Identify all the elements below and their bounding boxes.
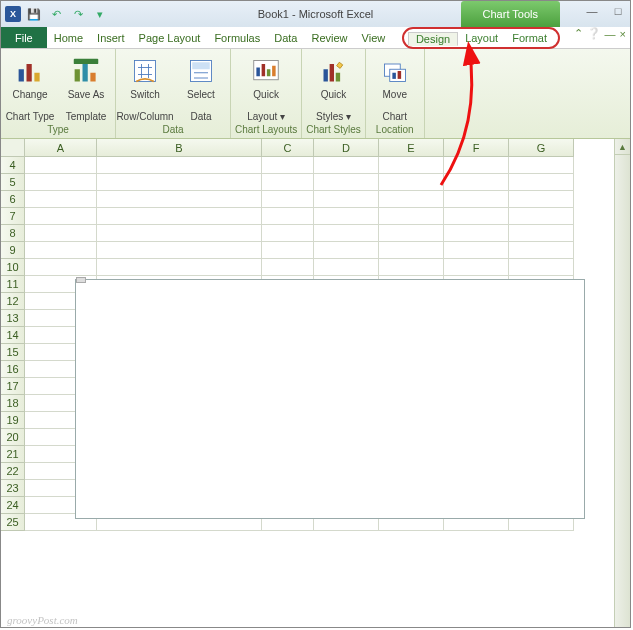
tab-review[interactable]: Review	[304, 27, 354, 48]
cell-C9[interactable]	[262, 242, 314, 259]
row-header-15[interactable]: 15	[1, 344, 25, 361]
cell-A6[interactable]	[25, 191, 97, 208]
help-icon[interactable]: ❔	[587, 27, 601, 40]
cell-G8[interactable]	[509, 225, 574, 242]
cell-B8[interactable]	[97, 225, 262, 242]
window-restore-button[interactable]: □	[608, 3, 628, 19]
cell-C7[interactable]	[262, 208, 314, 225]
row-header-6[interactable]: 6	[1, 191, 25, 208]
cell-F4[interactable]	[444, 157, 509, 174]
vertical-scrollbar[interactable]: ▲	[614, 139, 630, 627]
cell-F6[interactable]	[444, 191, 509, 208]
qat-save-button[interactable]: 💾	[25, 5, 43, 23]
cell-E9[interactable]	[379, 242, 444, 259]
cell-E7[interactable]	[379, 208, 444, 225]
row-header-12[interactable]: 12	[1, 293, 25, 310]
cell-D7[interactable]	[314, 208, 379, 225]
select-all-corner[interactable]	[1, 139, 25, 157]
window-minimize-button[interactable]: —	[582, 3, 602, 19]
chart-legend[interactable]	[356, 389, 584, 409]
switch-row-column-button[interactable]: SwitchRow/Column	[120, 55, 170, 122]
row-header-19[interactable]: 19	[1, 412, 25, 429]
change-chart-type-button[interactable]: ChangeChart Type	[5, 55, 55, 122]
cell-F9[interactable]	[444, 242, 509, 259]
cell-C5[interactable]	[262, 174, 314, 191]
cell-E6[interactable]	[379, 191, 444, 208]
save-as-template-button[interactable]: Save AsTemplate	[61, 55, 111, 122]
column-headers[interactable]: ABCDEFG	[25, 139, 574, 157]
cell-C8[interactable]	[262, 225, 314, 242]
tab-insert[interactable]: Insert	[90, 27, 132, 48]
ribbon-minimize-icon[interactable]: ⌃	[574, 27, 583, 40]
row-header-7[interactable]: 7	[1, 208, 25, 225]
cell-A8[interactable]	[25, 225, 97, 242]
cell-F5[interactable]	[444, 174, 509, 191]
row-header-10[interactable]: 10	[1, 259, 25, 276]
tab-layout[interactable]: Layout	[458, 32, 505, 44]
tab-data[interactable]: Data	[267, 27, 304, 48]
worksheet-grid[interactable]: ABCDEFG 45678910111213141516171819202122…	[1, 139, 630, 627]
tab-file[interactable]: File	[1, 27, 47, 48]
cell-G10[interactable]	[509, 259, 574, 276]
tab-home[interactable]: Home	[47, 27, 90, 48]
select-data-button[interactable]: SelectData	[176, 55, 226, 122]
cell-F7[interactable]	[444, 208, 509, 225]
col-header-C[interactable]: C	[262, 139, 314, 157]
row-header-23[interactable]: 23	[1, 480, 25, 497]
cell-B9[interactable]	[97, 242, 262, 259]
cell-G9[interactable]	[509, 242, 574, 259]
cell-A4[interactable]	[25, 157, 97, 174]
qat-redo-button[interactable]: ↷	[69, 5, 87, 23]
row-header-13[interactable]: 13	[1, 310, 25, 327]
row-header-14[interactable]: 14	[1, 327, 25, 344]
row-header-21[interactable]: 21	[1, 446, 25, 463]
cell-G4[interactable]	[509, 157, 574, 174]
row-header-9[interactable]: 9	[1, 242, 25, 259]
scroll-up-button[interactable]: ▲	[615, 139, 630, 155]
cell-D6[interactable]	[314, 191, 379, 208]
pie-plot-area[interactable]	[76, 284, 356, 514]
cell-B6[interactable]	[97, 191, 262, 208]
col-header-E[interactable]: E	[379, 139, 444, 157]
row-header-4[interactable]: 4	[1, 157, 25, 174]
quick-layout-button[interactable]: QuickLayout ▾	[241, 55, 291, 122]
tab-formulas[interactable]: Formulas	[207, 27, 267, 48]
cell-C4[interactable]	[262, 157, 314, 174]
col-header-F[interactable]: F	[444, 139, 509, 157]
cell-G7[interactable]	[509, 208, 574, 225]
col-header-G[interactable]: G	[509, 139, 574, 157]
tab-format[interactable]: Format	[505, 32, 554, 44]
row-header-24[interactable]: 24	[1, 497, 25, 514]
workbook-min-icon[interactable]: —	[605, 28, 616, 40]
col-header-D[interactable]: D	[314, 139, 379, 157]
cell-B7[interactable]	[97, 208, 262, 225]
cell-E5[interactable]	[379, 174, 444, 191]
tab-design[interactable]: Design	[408, 32, 458, 46]
quick-styles-button[interactable]: QuickStyles ▾	[309, 55, 359, 122]
row-header-16[interactable]: 16	[1, 361, 25, 378]
qat-customize-button[interactable]: ▾	[91, 5, 109, 23]
cell-B10[interactable]	[97, 259, 262, 276]
move-chart-button[interactable]: MoveChart	[370, 55, 420, 122]
row-header-5[interactable]: 5	[1, 174, 25, 191]
cell-E8[interactable]	[379, 225, 444, 242]
row-header-20[interactable]: 20	[1, 429, 25, 446]
tab-view[interactable]: View	[355, 27, 393, 48]
row-header-18[interactable]: 18	[1, 395, 25, 412]
row-header-17[interactable]: 17	[1, 378, 25, 395]
cell-D5[interactable]	[314, 174, 379, 191]
qat-undo-button[interactable]: ↶	[47, 5, 65, 23]
row-header-22[interactable]: 22	[1, 463, 25, 480]
cell-C6[interactable]	[262, 191, 314, 208]
cell-B5[interactable]	[97, 174, 262, 191]
cell-G5[interactable]	[509, 174, 574, 191]
excel-app-icon[interactable]: X	[5, 6, 21, 22]
cell-E10[interactable]	[379, 259, 444, 276]
cell-C10[interactable]	[262, 259, 314, 276]
row-header-25[interactable]: 25	[1, 514, 25, 531]
tab-page-layout[interactable]: Page Layout	[132, 27, 208, 48]
row-header-11[interactable]: 11	[1, 276, 25, 293]
col-header-B[interactable]: B	[97, 139, 262, 157]
row-header-8[interactable]: 8	[1, 225, 25, 242]
cell-A9[interactable]	[25, 242, 97, 259]
